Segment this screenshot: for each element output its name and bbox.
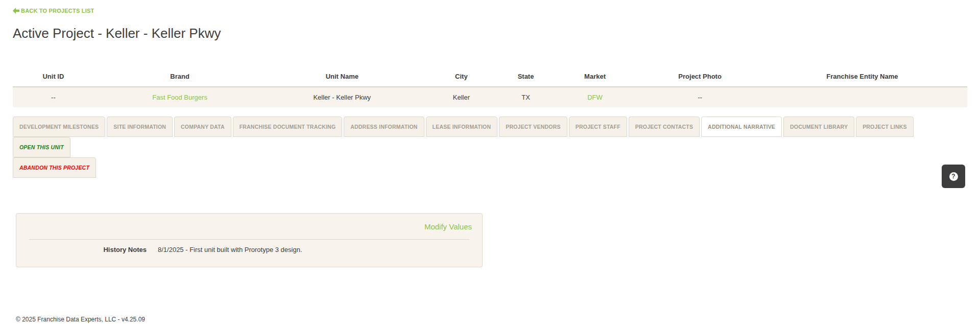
column-header-franchise-entity-name: Franchise Entity Name <box>757 66 967 87</box>
tab-abandon-this-project[interactable]: ABANDON THIS PROJECT <box>13 157 96 178</box>
cell-unit-name: Keller - Keller Pkwy <box>266 87 418 107</box>
column-header-unit-id: Unit ID <box>13 66 94 87</box>
question-mark-icon: ? <box>949 172 958 181</box>
tab-company-data[interactable]: COMPANY DATA <box>174 117 231 137</box>
cell-city: Keller <box>418 87 504 107</box>
tab-additional-narrative[interactable]: ADDITIONAL NARRATIVE <box>701 117 782 137</box>
footer-copyright: © 2025 Franchise Data Experts, LLC - v4.… <box>16 316 967 323</box>
tab-site-information[interactable]: SITE INFORMATION <box>107 117 173 137</box>
tab-address-information[interactable]: ADDRESS INFORMATION <box>344 117 424 137</box>
project-tab-bar: DEVELOPMENT MILESTONES SITE INFORMATION … <box>13 117 967 178</box>
unit-summary-table: Unit ID Brand Unit Name City State Marke… <box>13 66 967 107</box>
history-notes-value: 8/1/2025 - First unit built with Proroty… <box>158 246 302 253</box>
cell-franchise-entity-name <box>757 87 967 107</box>
modify-values-link[interactable]: Modify Values <box>424 222 472 231</box>
brand-link[interactable]: Fast Food Burgers <box>152 94 207 101</box>
history-notes-label: History Notes <box>16 246 147 253</box>
cell-brand: Fast Food Burgers <box>94 87 266 107</box>
column-header-state: State <box>505 66 547 87</box>
cell-project-photo: -- <box>642 87 757 107</box>
table-row: -- Fast Food Burgers Keller - Keller Pkw… <box>13 87 967 107</box>
column-header-brand: Brand <box>94 66 266 87</box>
tab-project-links[interactable]: PROJECT LINKS <box>856 117 914 137</box>
cell-state: TX <box>505 87 547 107</box>
tab-open-this-unit[interactable]: OPEN THIS UNIT <box>13 137 70 157</box>
panel-header: Modify Values <box>16 214 482 239</box>
market-link[interactable]: DFW <box>587 94 603 101</box>
tab-project-contacts[interactable]: PROJECT CONTACTS <box>629 117 700 137</box>
page: BACK TO PROJECTS LIST Active Project - K… <box>0 0 980 324</box>
history-notes-row: History Notes 8/1/2025 - First unit buil… <box>16 240 482 267</box>
tab-document-library[interactable]: DOCUMENT LIBRARY <box>783 117 854 137</box>
tab-franchise-document-tracking[interactable]: FRANCHISE DOCUMENT TRACKING <box>233 117 343 137</box>
table-header-row: Unit ID Brand Unit Name City State Marke… <box>13 66 967 87</box>
back-link-label: BACK TO PROJECTS LIST <box>21 8 94 14</box>
tab-project-vendors[interactable]: PROJECT VENDORS <box>499 117 567 137</box>
back-to-projects-link[interactable]: BACK TO PROJECTS LIST <box>13 8 94 14</box>
additional-narrative-panel: Modify Values History Notes 8/1/2025 - F… <box>16 213 483 267</box>
cell-market: DFW <box>547 87 643 107</box>
page-title: Active Project - Keller - Keller Pkwy <box>13 26 967 41</box>
back-arrow-icon <box>13 8 19 14</box>
help-button[interactable]: ? <box>942 165 965 188</box>
column-header-unit-name: Unit Name <box>266 66 418 87</box>
column-header-project-photo: Project Photo <box>642 66 757 87</box>
column-header-city: City <box>418 66 504 87</box>
tab-lease-information[interactable]: LEASE INFORMATION <box>426 117 498 137</box>
tab-project-staff[interactable]: PROJECT STAFF <box>569 117 627 137</box>
cell-unit-id: -- <box>13 87 94 107</box>
tab-development-milestones[interactable]: DEVELOPMENT MILESTONES <box>13 117 105 137</box>
column-header-market: Market <box>547 66 643 87</box>
